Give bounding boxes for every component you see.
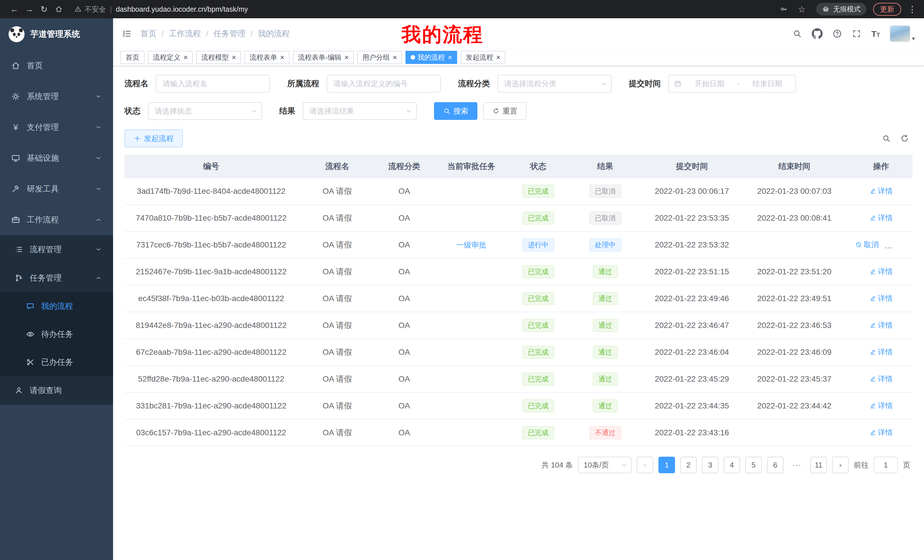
sidebar-item-system[interactable]: 系统管理 [0, 81, 113, 112]
close-icon[interactable]: × [280, 54, 284, 61]
avatar[interactable] [890, 25, 910, 42]
incognito-icon [822, 5, 830, 13]
cell-end-time: 2022-01-22 23:51:20 [739, 258, 849, 285]
fullscreen-icon[interactable] [852, 29, 861, 39]
tab[interactable]: 我的流程 × [405, 51, 457, 64]
page-button[interactable]: ··· [789, 457, 805, 473]
close-icon[interactable]: × [393, 54, 397, 61]
detail-link[interactable]: 详情 [870, 293, 893, 303]
tab[interactable]: 用户分组 × [357, 51, 402, 64]
cell-process-name: OA 请假 [298, 339, 376, 365]
sidebar-item-todo-tasks[interactable]: 待办任务 [0, 320, 113, 348]
search-icon[interactable] [792, 29, 802, 39]
sidebar-item-process-mgmt[interactable]: 流程管理 [0, 235, 113, 264]
process-name-input[interactable] [156, 75, 270, 93]
date-range-picker[interactable]: 开始日期 - 结束日期 [668, 75, 796, 93]
tab[interactable]: 流程定义 × [148, 51, 193, 64]
status-badge: 已完成 [522, 319, 554, 332]
user-menu[interactable]: ▾ [890, 25, 915, 42]
close-icon[interactable]: × [344, 54, 349, 61]
key-icon[interactable] [780, 5, 788, 13]
tab[interactable]: 流程表单 × [244, 51, 289, 64]
table-row: 52ffd28e-7b9a-11ec-a290-acde48001122 OA … [124, 365, 913, 392]
page-button[interactable]: 3 [702, 457, 718, 473]
github-icon[interactable] [812, 28, 823, 39]
address-bar[interactable]: 不安全 | dashboard.yudao.iocoder.cn/bpm/tas… [74, 4, 780, 14]
tab[interactable]: 流程表单-编辑 × [293, 51, 354, 64]
status-select[interactable]: 请选择状态 [148, 102, 262, 120]
sidebar-item-leave-query[interactable]: 请假查询 [0, 376, 113, 405]
detail-link[interactable]: 详情 [870, 428, 893, 437]
url-text[interactable]: dashboard.yudao.iocoder.cn/bpm/task/my [116, 5, 248, 13]
cancel-link[interactable]: 取消 [855, 240, 879, 250]
create-process-button[interactable]: 发起流程 [124, 130, 183, 147]
refresh-icon[interactable] [900, 134, 909, 143]
security-indicator[interactable]: 不安全 [74, 4, 106, 14]
close-icon[interactable]: × [183, 54, 188, 61]
search-toggle-icon[interactable] [882, 134, 891, 143]
goto-page-input[interactable] [874, 457, 898, 473]
tab-label: 首页 [126, 53, 140, 62]
prev-page-button[interactable]: ‹ [637, 457, 653, 473]
close-icon[interactable]: × [448, 54, 452, 61]
help-icon[interactable] [832, 29, 842, 39]
detail-link[interactable]: 详情 [870, 320, 893, 330]
category-select[interactable]: 请选择流程分类 [497, 75, 612, 93]
breadcrumb-item[interactable]: 工作流程 [169, 28, 201, 39]
sidebar-item-task-mgmt[interactable]: 任务管理 [0, 264, 113, 292]
breadcrumb-item[interactable]: 任务管理 [214, 28, 246, 39]
select-placeholder: 请选择状态 [155, 106, 192, 116]
tab[interactable]: 首页 × [120, 51, 144, 64]
browser-menu-icon[interactable]: ⋮ [908, 4, 917, 14]
menu-fold-icon[interactable] [122, 29, 132, 39]
close-icon[interactable]: × [232, 54, 236, 61]
search-button[interactable]: 搜索 [434, 102, 477, 120]
sidebar-item-my-process[interactable]: 我的流程 [0, 292, 113, 320]
sidebar-item-done-tasks[interactable]: 已办任务 [0, 348, 113, 376]
process-definition-input[interactable] [327, 75, 441, 93]
detail-link[interactable]: 详情 [870, 213, 893, 223]
reload-icon[interactable]: ↻ [36, 2, 51, 16]
sidebar-item-workflow[interactable]: 工作流程 [0, 204, 113, 235]
page-button[interactable]: 4 [723, 457, 740, 473]
back-icon[interactable]: ← [7, 2, 22, 16]
app-logo[interactable]: 芋道管理系统 [0, 18, 113, 50]
sidebar-item-payment[interactable]: ¥ 支付管理 [0, 112, 113, 143]
breadcrumb-item[interactable]: 首页 [141, 28, 156, 39]
page-button[interactable]: 11 [810, 457, 827, 473]
sidebar-item-infra[interactable]: 基础设施 [0, 143, 113, 174]
detail-link[interactable]: 详情 [870, 267, 893, 277]
result-select[interactable]: 请选择流结果 [303, 102, 417, 120]
page-size-select[interactable]: 10条/页 [578, 457, 632, 473]
update-button[interactable]: 更新 [873, 3, 901, 16]
bookmark-star-icon[interactable]: ☆ [794, 2, 809, 16]
sidebar-item-home[interactable]: 首页 [0, 50, 113, 81]
filter-label: 所属流程 [287, 78, 319, 89]
detail-link[interactable]: 详情 [870, 374, 893, 384]
detail-link[interactable]: 详情 [870, 401, 893, 411]
chevron-down-icon [600, 81, 607, 87]
reset-button[interactable]: 重置 [483, 102, 526, 120]
next-page-button[interactable]: › [832, 457, 849, 473]
tab[interactable]: 发起流程 × [460, 51, 506, 64]
page-button[interactable]: 2 [680, 457, 697, 473]
cell-submit-time: 2022-01-22 23:51:15 [645, 258, 739, 285]
tab[interactable]: 流程模型 × [196, 51, 241, 64]
chevron-down-icon [405, 108, 412, 115]
sidebar-item-devtools[interactable]: 研发工具 [0, 174, 113, 204]
page-button[interactable]: 6 [767, 457, 783, 473]
cell-category: OA [376, 365, 432, 392]
page-button[interactable]: 1 [658, 457, 675, 473]
filter-label: 流程名 [124, 78, 148, 89]
font-size-icon[interactable]: TT [871, 29, 880, 38]
sidebar-item-label: 首页 [27, 60, 43, 71]
chevron-down-icon [95, 246, 102, 253]
detail-link[interactable]: 详情 [870, 186, 893, 196]
home-icon[interactable] [51, 2, 66, 16]
forward-icon[interactable]: → [22, 2, 36, 16]
page-button[interactable]: 5 [745, 457, 762, 473]
close-icon[interactable]: × [496, 54, 500, 61]
current-task-link[interactable]: 一级审批 [456, 240, 486, 250]
detail-link[interactable]: 详情 [888, 240, 911, 250]
detail-link[interactable]: 详情 [870, 347, 893, 357]
